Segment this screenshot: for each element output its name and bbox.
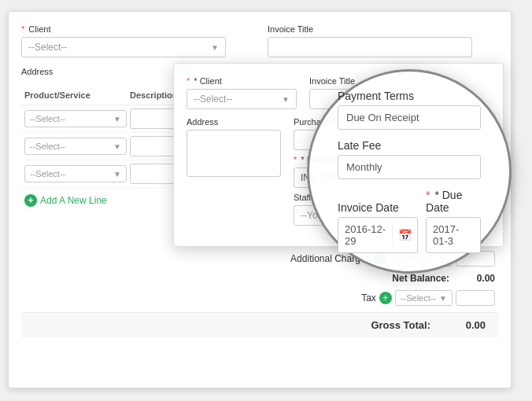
select-arrow-2: ▼: [113, 142, 121, 151]
payment-terms-group: Payment Terms Due On Receipt: [338, 90, 481, 130]
client-select[interactable]: --Select-- ▼: [21, 37, 226, 57]
popup-client-group: * * Client --Select-- ▼: [187, 76, 297, 109]
invoice-title-group: Invoice Title: [268, 24, 498, 57]
popup-client-select[interactable]: --Select-- ▼: [187, 89, 297, 109]
required-star: *: [21, 24, 24, 34]
due-date-group: * * Due Date 2017-01-3: [426, 189, 481, 253]
invoice-date-picker[interactable]: 2016-12-29 📅: [338, 217, 418, 253]
invoice-title-input[interactable]: [268, 37, 472, 57]
product-select-1[interactable]: --Select-- ▼: [24, 110, 127, 127]
late-fee-label: Late Fee: [338, 139, 481, 152]
popup-address-label: Address: [187, 117, 281, 127]
tax-amount[interactable]: [456, 290, 495, 306]
product-select-3[interactable]: --Select-- ▼: [24, 165, 127, 182]
address-group: Address: [21, 67, 53, 76]
calendar-icon[interactable]: 📅: [392, 225, 417, 245]
add-line-icon: +: [24, 194, 37, 207]
col-product: Product/Service: [24, 90, 127, 100]
tax-select-arrow: ▼: [439, 294, 447, 303]
top-form-row: * Client --Select-- ▼ Invoice Title: [21, 24, 498, 57]
popup-client-label: * * Client: [187, 76, 297, 86]
net-balance-value: 0.00: [456, 273, 495, 284]
net-balance-row: Net Balance: 0.00: [21, 271, 498, 285]
product-select-2[interactable]: --Select-- ▼: [24, 138, 127, 155]
circle-content: Payment Terms Due On Receipt Late Fee Mo…: [325, 82, 493, 261]
due-date-label: * * Due Date: [426, 189, 481, 214]
client-select-arrow: ▼: [211, 43, 219, 52]
select-arrow-3: ▼: [113, 170, 121, 178]
client-group: * Client --Select-- ▼: [21, 24, 252, 57]
popup-address-group: Address: [187, 117, 281, 177]
gross-total-label: Gross Total:: [336, 319, 430, 331]
tax-select[interactable]: --Select-- ▼: [395, 290, 453, 306]
invoice-title-label: Invoice Title: [268, 24, 498, 34]
due-date-value: 2017-01-3: [426, 217, 481, 253]
popup-address-textarea[interactable]: [187, 130, 281, 177]
address-label: Address: [21, 67, 53, 76]
select-arrow-1: ▼: [113, 115, 121, 123]
popup-client-arrow: ▼: [282, 95, 290, 104]
payment-terms-label: Payment Terms: [338, 90, 481, 102]
tax-label: Tax: [282, 292, 376, 304]
date-row: Invoice Date 2016-12-29 📅 * * Due Date 2…: [338, 189, 481, 253]
circle-highlight: Payment Terms Due On Receipt Late Fee Mo…: [307, 69, 512, 274]
tax-row: Tax + --Select-- ▼: [21, 289, 498, 307]
gross-total-bar: Gross Total: 0.00: [21, 312, 498, 337]
add-tax-button[interactable]: +: [379, 292, 392, 304]
invoice-date-value: 2016-12-29: [338, 218, 392, 252]
late-fee-value: Monthly: [338, 155, 481, 179]
late-fee-group: Late Fee Monthly: [338, 139, 481, 179]
payment-terms-value: Due On Receipt: [338, 105, 481, 130]
client-label: * Client: [21, 24, 252, 34]
net-balance-label: Net Balance:: [355, 273, 449, 284]
invoice-date-group: Invoice Date 2016-12-29 📅: [338, 201, 418, 253]
invoice-date-label: Invoice Date: [338, 201, 418, 214]
gross-total-value: 0.00: [446, 319, 486, 331]
add-line-label: Add A New Line: [40, 195, 107, 206]
